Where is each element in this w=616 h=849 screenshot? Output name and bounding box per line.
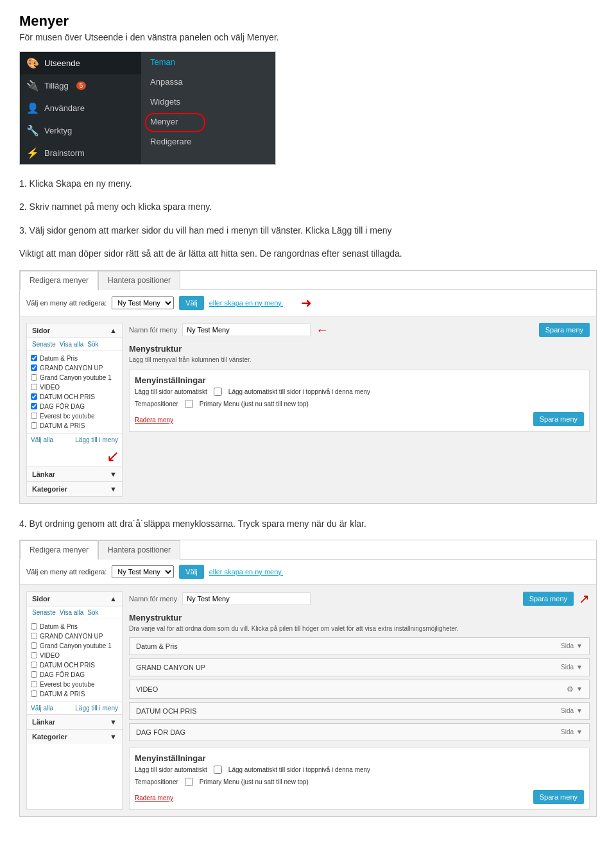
tab-hantera[interactable]: Hantera positioner <box>98 271 180 290</box>
save-menu-btn-top[interactable]: Spara meny <box>539 323 590 337</box>
verktyg-icon: 🔧 <box>26 124 39 137</box>
menu-block-datum-pris[interactable]: Datum & Pris Sida ▼ <box>129 637 590 655</box>
structure-sub: Lägg till menyval från kolumnen till vän… <box>129 356 590 363</box>
left-section-lankar[interactable]: Länkar ▼ <box>27 467 122 481</box>
admin-screenshot-2: Redigera menyer Hantera positioner Välj … <box>19 540 597 817</box>
sidebar-item-tillagg[interactable]: 🔌 Tillägg 5 <box>20 74 141 97</box>
checkbox-datum-pris[interactable] <box>31 355 37 361</box>
left-section-kategorier[interactable]: Kategorier ▼ <box>27 481 122 496</box>
checkbox2-video[interactable] <box>31 652 37 658</box>
menu-select[interactable]: Ny Test Meny <box>112 296 174 309</box>
tab-visa-alla-2[interactable]: Visa alla <box>60 609 84 616</box>
chevron-up-icon: ▲ <box>110 327 117 334</box>
checkbox2-grand-canyon-yt[interactable] <box>31 642 37 649</box>
settings-auto-check-label: Lägg automatiskt till sidor i toppnivå i… <box>228 388 370 395</box>
submenu-item-anpassa[interactable]: Anpassa <box>141 72 275 92</box>
settings-primary-check-2[interactable] <box>185 778 193 786</box>
list-item: Everest bc youtube <box>31 411 118 421</box>
valj-alla-link[interactable]: Välj alla <box>31 436 53 443</box>
sidebar-item-brainstorm[interactable]: ⚡ Brainstorm <box>20 142 141 164</box>
settings-positions-label: Temapositioner <box>135 400 178 407</box>
valj-alla-link-2[interactable]: Välj alla <box>31 705 53 712</box>
delete-menu-link[interactable]: Radera meny <box>135 416 173 424</box>
item-label: DAG FÖR DAG <box>40 671 85 678</box>
checkbox-grand-canyon-yt[interactable] <box>31 374 37 381</box>
save-menu-btn-top-2[interactable]: Spara meny <box>523 592 574 606</box>
menu-select-2[interactable]: Ny Test Meny <box>112 565 174 578</box>
sidebar-item-label: Användare <box>44 103 85 113</box>
left-section-lankar-2[interactable]: Länkar ▼ <box>27 714 122 729</box>
item-label: DAG FÖR DAG <box>40 403 85 410</box>
checkbox2-datum-och-pris[interactable] <box>31 662 37 668</box>
checkbox-datum-pris2[interactable] <box>31 422 37 429</box>
sidebar-item-verktyg[interactable]: 🔧 Verktyg <box>20 119 141 142</box>
settings-primary-label-2: Primary Menu (just nu satt till new top) <box>200 778 309 785</box>
submenu-item-widgets[interactable]: Widgets <box>141 92 275 112</box>
settings-auto-row-2: Lägg till sidor automatiskt Lägg automat… <box>135 766 584 774</box>
step4: 4. Byt ordning genom att dra´å´släppa me… <box>19 517 597 531</box>
chevron-down-icon-block: ▼ <box>576 685 583 692</box>
menu-block-video[interactable]: VIDEO ⚙ ▼ <box>129 680 590 699</box>
tab-redigera[interactable]: Redigera menyer <box>20 271 98 290</box>
checkbox2-everest[interactable] <box>31 681 37 687</box>
structure-heading: Menystruktur <box>129 344 590 354</box>
checkbox-dag-for-dag[interactable] <box>31 403 37 409</box>
select-menu-btn[interactable]: Välj <box>179 296 203 310</box>
submenu-item-redigerare[interactable]: Redigerare <box>141 132 275 151</box>
checkbox2-datum-pris2[interactable] <box>31 690 37 697</box>
checkbox2-dag-for-dag[interactable] <box>31 671 37 678</box>
checkbox-everest[interactable] <box>31 413 37 419</box>
list-item: DATUM OCH PRIS <box>31 660 118 670</box>
tab-redigera-2[interactable]: Redigera menyer <box>20 540 98 560</box>
sidebar-item-utseende[interactable]: 🎨 Utseende <box>20 52 141 74</box>
create-menu-link[interactable]: eller skapa en ny meny. <box>209 299 283 307</box>
item-label: Everest bc youtube <box>40 413 95 420</box>
wp-sidebar: 🎨 Utseende 🔌 Tillägg 5 👤 Användare 🔧 Ver… <box>20 52 141 164</box>
sidebar-item-label: Tillägg <box>44 81 69 90</box>
menu-block-dag-for-dag[interactable]: DAG FÖR DAG Sida ▼ <box>129 723 590 741</box>
tab-senaste[interactable]: Senaste <box>32 341 56 348</box>
lagg-till-link[interactable]: Lägg till i meny <box>75 436 118 443</box>
name-label: Namn för meny <box>129 326 177 334</box>
settings-auto-row: Lägg till sidor automatiskt Lägg automat… <box>135 388 584 396</box>
menu-block-datum-och-pris[interactable]: DATUM OCH PRIS Sida ▼ <box>129 702 590 720</box>
settings-auto-check[interactable] <box>214 388 222 396</box>
save-menu-btn-bottom-2[interactable]: Spara meny <box>533 790 584 804</box>
tab-sok-2[interactable]: Sök <box>87 609 98 616</box>
checkbox-datum-och-pris[interactable] <box>31 393 37 400</box>
tab-sok[interactable]: Sök <box>87 341 98 348</box>
submenu-item-menyer[interactable]: Menyer <box>141 112 275 132</box>
menu-name-input[interactable] <box>182 323 311 336</box>
settings-auto-check-2[interactable] <box>214 766 222 774</box>
save-menu-btn-bottom[interactable]: Spara meny <box>533 412 584 426</box>
menu-name-row: Namn för meny ← Spara meny <box>129 323 590 338</box>
sidebar-item-label: Verktyg <box>44 126 72 135</box>
admin-right-panel-1: Namn för meny ← Spara meny Menystruktur … <box>129 323 590 497</box>
checkbox2-datum-pris[interactable] <box>31 623 37 630</box>
tab-visa-alla[interactable]: Visa alla <box>60 341 84 348</box>
admin-screenshot-1: Redigera menyer Hantera positioner Välj … <box>19 270 597 504</box>
submenu-item-teman[interactable]: Teman <box>141 52 275 72</box>
sidebar-item-anvandare[interactable]: 👤 Användare <box>20 97 141 119</box>
chevron-down-icon-block: ▼ <box>576 664 583 671</box>
chevron-down-icon-block: ▼ <box>576 728 583 735</box>
create-menu-link-2[interactable]: eller skapa en ny meny. <box>209 568 283 576</box>
menu-block-grand-canyon[interactable]: GRAND CANYON UP Sida ▼ <box>129 658 590 676</box>
menu-name-input-2[interactable] <box>182 592 311 605</box>
checkbox-video[interactable] <box>31 384 37 390</box>
tab-senaste-2[interactable]: Senaste <box>32 609 56 616</box>
left-section-kategorier-2[interactable]: Kategorier ▼ <box>27 729 122 744</box>
delete-menu-link-2[interactable]: Radera meny <box>135 794 173 802</box>
tab-hantera-2[interactable]: Hantera positioner <box>98 540 180 560</box>
gear-icon[interactable]: ⚙ <box>567 685 574 694</box>
settings-pos-row-2: Temapositioner Primary Menu (just nu sat… <box>135 778 584 786</box>
lagg-till-link-2[interactable]: Lägg till i meny <box>75 705 118 712</box>
settings-primary-check[interactable] <box>185 400 193 408</box>
checkbox-grand-canyon-up[interactable] <box>31 364 37 371</box>
checkbox-list-1: Datum & Pris GRAND CANYON UP Grand Canyo… <box>27 351 122 433</box>
step3b: Viktigt att man döper sidor rätt så att … <box>19 246 597 261</box>
select-menu-btn-2[interactable]: Välj <box>179 565 203 579</box>
item-label: DATUM OCH PRIS <box>40 393 95 400</box>
list-item: VIDEO <box>31 651 118 660</box>
checkbox2-grand-canyon-up[interactable] <box>31 633 37 639</box>
